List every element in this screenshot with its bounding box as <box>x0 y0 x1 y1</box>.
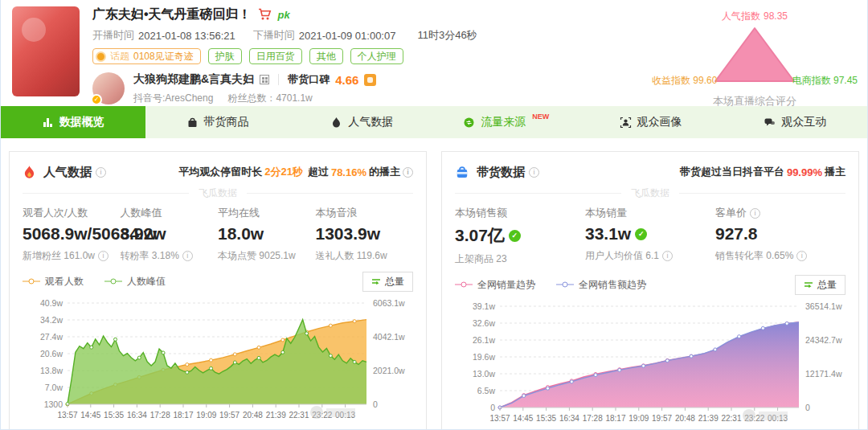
svg-text:15:35: 15:35 <box>536 414 556 423</box>
svg-text:13:57: 13:57 <box>489 414 510 423</box>
start-time-value: 2021-01-08 13:56:21 <box>138 30 235 42</box>
svg-text:16:34: 16:34 <box>127 411 147 420</box>
popularity-index: 人气指数98.35 <box>652 10 858 22</box>
svg-text:21:39: 21:39 <box>266 411 286 420</box>
stat-sales-amount: 本场销售额 3.07亿 上架商品 23 <box>455 207 585 266</box>
svg-text:40.9w: 40.9w <box>40 298 63 308</box>
legend-line-icon <box>455 281 473 288</box>
svg-text:17:28: 17:28 <box>150 411 170 420</box>
legend-line-icon <box>556 281 574 288</box>
svg-text:13:57: 13:57 <box>57 411 77 420</box>
watermark: 飞瓜数据 <box>189 186 247 200</box>
svg-text:14:45: 14:45 <box>513 414 533 423</box>
score-triangle-chart <box>702 23 807 88</box>
svg-text:12171.4w: 12171.4w <box>805 369 842 379</box>
qr-code-icon[interactable] <box>260 75 269 84</box>
category-tag: 个人护理 <box>350 48 403 64</box>
time-row: 开播时间2021-01-08 13:56:21 下播时间2021-01-09 0… <box>92 29 652 42</box>
svg-text:19:57: 19:57 <box>219 411 240 420</box>
legend-sales-amount[interactable]: 全网销售额趋势 <box>556 278 646 292</box>
duration-value: 11时3分46秒 <box>417 28 477 43</box>
streamer-name[interactable]: 大狼狗郑建鹏&言真夫妇 <box>133 72 254 87</box>
topic-badge[interactable]: 话题 0108见证奇迹 <box>92 48 201 64</box>
chat-bubbles-icon <box>764 117 776 129</box>
info-icon[interactable] <box>96 167 106 178</box>
flame-icon <box>23 165 36 179</box>
svg-text:20:48: 20:48 <box>243 411 263 420</box>
total-toggle-button[interactable]: 总量 <box>362 272 413 292</box>
svg-text:20:48: 20:48 <box>675 414 695 423</box>
shopping-bag-icon <box>455 165 469 179</box>
svg-text:2021.0w: 2021.0w <box>373 366 405 375</box>
shopping-bag-icon <box>186 117 199 129</box>
info-icon[interactable] <box>529 167 539 178</box>
tab-popularity[interactable]: 人气数据 <box>289 106 434 138</box>
svg-text:24342.7w: 24342.7w <box>805 335 842 345</box>
verified-check-icon <box>91 94 102 105</box>
fans-total: 粉丝总数：4701.1w <box>227 92 312 105</box>
legend-peak[interactable]: 人数峰值 <box>104 275 166 289</box>
svg-text:15:35: 15:35 <box>104 411 124 420</box>
svg-text:19:09: 19:09 <box>628 414 649 423</box>
cart-icon <box>258 8 272 21</box>
svg-text:26.1w: 26.1w <box>473 335 495 345</box>
bar-chart-icon <box>42 117 54 129</box>
ecommerce-index: 电商指数 97.45 <box>792 74 858 88</box>
audience-portrait-icon <box>620 117 632 129</box>
svg-text:22:31: 22:31 <box>289 411 309 420</box>
info-icon[interactable] <box>750 208 760 219</box>
legend-sales-volume[interactable]: 全网销量趋势 <box>455 278 535 292</box>
tab-audience-interaction[interactable]: 观众互动 <box>723 106 867 138</box>
total-toggle-button[interactable]: 总量 <box>795 275 845 295</box>
svg-text:13.8w: 13.8w <box>40 366 63 375</box>
panel-title: 人气数据 <box>43 165 92 180</box>
category-tag: 日用百货 <box>249 48 302 64</box>
info-icon[interactable] <box>796 251 807 261</box>
end-time-label: 下播时间 <box>253 28 295 43</box>
svg-text:4042.1w: 4042.1w <box>373 332 405 342</box>
reputation-grade-badge <box>364 74 376 86</box>
category-tag: 护肤 <box>208 48 242 64</box>
svg-text:22:31: 22:31 <box>721 414 741 423</box>
reputation-label: 带货口碑 <box>288 72 330 87</box>
sales-panel: 带货数据 带货超过当日抖音平台99.99%播主 飞瓜数据 本场销售额 3.07亿… <box>441 151 859 430</box>
info-icon[interactable] <box>403 167 413 178</box>
svg-text:7.0w: 7.0w <box>45 383 63 392</box>
legend-line-icon <box>23 278 40 285</box>
sales-headline: 带货超过当日抖音平台99.99%播主 <box>680 165 845 179</box>
streamer-row: 大狼狗郑建鹏&言真夫妇 带货口碑 4.66 抖音号:AresCheng 粉丝总数… <box>92 72 652 105</box>
svg-text:0: 0 <box>805 403 810 412</box>
svg-text:36514.1w: 36514.1w <box>805 301 842 311</box>
flame-icon <box>330 117 342 129</box>
cover-image <box>12 6 80 96</box>
svg-text:20.6w: 20.6w <box>40 349 63 358</box>
svg-text:19:57: 19:57 <box>652 414 672 423</box>
info-icon[interactable] <box>98 251 108 261</box>
tab-products[interactable]: 带货商品 <box>145 106 290 138</box>
info-icon[interactable] <box>662 251 673 261</box>
total-icon <box>804 281 813 289</box>
svg-text:32.6w: 32.6w <box>473 318 495 328</box>
topic-text: 0108见证奇迹 <box>133 50 194 63</box>
tab-data-overview[interactable]: 数据概览 <box>1 106 145 138</box>
end-time-value: 2021-01-09 01:00:07 <box>299 30 396 42</box>
streamer-avatar[interactable] <box>92 72 125 104</box>
popularity-stats: 观看人次/人数 5068.9w/5068.9w 新增粉丝 161.0w 人数峰值… <box>23 207 413 263</box>
popularity-panel: 人气数据 平均观众停留时长2分21秒 超过78.16% 的播主 飞瓜数据 观看人… <box>9 151 427 430</box>
svg-text:21:39: 21:39 <box>698 414 719 423</box>
tab-audience-profile[interactable]: 观众画像 <box>579 106 723 138</box>
info-icon[interactable] <box>182 251 193 261</box>
sales-trend-chart: 06.5w13.0w19.6w26.1w32.6w39.1w012171.4w2… <box>455 297 845 430</box>
legend-viewers[interactable]: 观看人数 <box>23 275 84 289</box>
svg-text:19:09: 19:09 <box>196 411 216 420</box>
new-badge: NEW <box>532 113 549 121</box>
income-index: 收益指数 99.60 <box>652 74 717 88</box>
svg-text:18:17: 18:17 <box>173 411 193 420</box>
stat-views: 观看人次/人数 5068.9w/5068.9w 新增粉丝 161.0w <box>23 207 121 263</box>
stat-coins: 本场音浪 1303.9w 送礼人数 119.6w <box>316 207 414 263</box>
category-tag: 其他 <box>309 48 343 64</box>
verified-check-icon <box>635 228 647 240</box>
svg-text:14:45: 14:45 <box>80 411 100 420</box>
stat-avg-order-value: 客单价 927.8 销售转化率 0.65% <box>715 207 845 266</box>
tab-traffic-source[interactable]: 流量来源 NEW <box>434 106 579 138</box>
